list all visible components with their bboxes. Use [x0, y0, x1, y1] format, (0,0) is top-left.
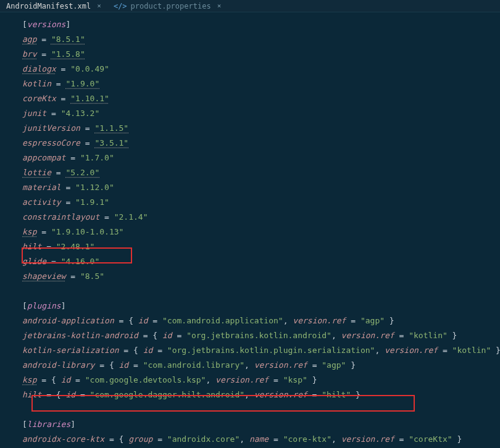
- tab-manifest[interactable]: AndroidManifest.xml ×: [0, 0, 107, 12]
- key: agp: [22, 35, 36, 44]
- key: coreKtx: [22, 94, 56, 103]
- key: glide: [22, 257, 46, 266]
- section-libraries: libraries: [27, 420, 70, 429]
- key: shapeview: [22, 272, 65, 281]
- key: kotlin: [22, 79, 51, 88]
- value: "1.12.0": [75, 183, 114, 192]
- value: "2.1.4": [114, 212, 148, 222]
- gutter: [0, 12, 17, 448]
- section-versions: versions: [27, 20, 66, 29]
- value: "8.5": [80, 272, 104, 281]
- tab-label: product.properties: [131, 2, 211, 10]
- close-icon[interactable]: ×: [94, 2, 101, 10]
- close-icon[interactable]: ×: [215, 2, 222, 10]
- key: ksp: [22, 227, 36, 236]
- value: "8.5.1": [51, 35, 85, 44]
- key: dialogx: [22, 64, 56, 73]
- tab-bar: AndroidManifest.xml × </> product.proper…: [0, 0, 500, 12]
- editor: [versions] agp = "8.5.1" brv = "1.5.8" d…: [0, 12, 500, 448]
- value: "2.48.1": [56, 242, 95, 251]
- key: activity: [22, 197, 61, 207]
- value: "1.9.10-1.0.13": [51, 227, 123, 236]
- tab-label: AndroidManifest.xml: [6, 2, 91, 10]
- value: "1.7.0": [80, 153, 114, 162]
- value: "1.9.1": [75, 197, 109, 207]
- key: junit: [22, 109, 46, 118]
- tab-product-properties[interactable]: </> product.properties ×: [107, 0, 227, 12]
- key: lottie: [22, 168, 51, 177]
- value: "3.5.1": [94, 138, 128, 147]
- code-area[interactable]: [versions] agp = "8.5.1" brv = "1.5.8" d…: [17, 12, 500, 448]
- key: hilt: [22, 242, 41, 251]
- value: "1.9.0": [65, 79, 99, 88]
- key: appcompat: [22, 153, 65, 162]
- key: espressoCore: [22, 138, 80, 147]
- value: "4.16.0": [61, 257, 100, 266]
- key: constraintlayout: [22, 212, 99, 222]
- code-icon: </>: [114, 2, 127, 10]
- key: material: [22, 183, 61, 192]
- value: "5.2.0": [65, 168, 99, 177]
- section-plugins: plugins: [27, 301, 61, 310]
- value: "1.1.5": [94, 123, 128, 133]
- value: "1.5.8": [51, 49, 85, 59]
- value: "1.10.1": [70, 94, 109, 103]
- key: brv: [22, 49, 36, 59]
- key: junitVersion: [22, 123, 80, 133]
- value: "4.13.2": [61, 109, 100, 118]
- value: "0.0.49": [70, 64, 109, 73]
